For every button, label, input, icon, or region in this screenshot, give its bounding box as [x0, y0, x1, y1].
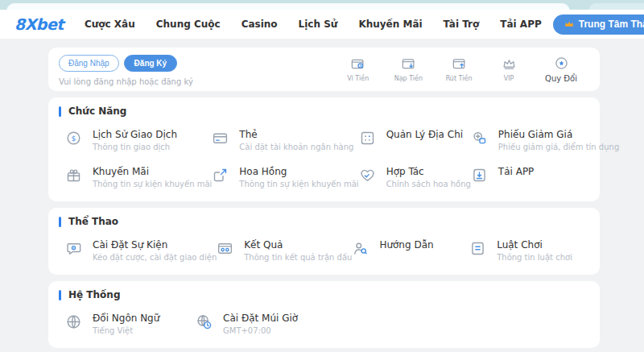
menu-item-title: Hoa Hồng — [239, 166, 358, 178]
menu-item-subtitle: Thông tin sự kiện khuyến mãi — [239, 180, 358, 189]
menu-item-cai-dat-mui-gio[interactable]: Cài Đặt Múi GiờGMT+07:00 — [196, 313, 326, 336]
menu-item-subtitle: Phiếu giảm giá, điểm tín dụng — [498, 143, 619, 152]
menu-sections: Chức Năng$Lịch Sử Giao DịchThông tin gia… — [48, 97, 600, 352]
exchange-icon — [554, 56, 569, 71]
section-he-thong: Hệ ThốngĐổi Ngôn NgữTiếng ViệtCài Đặt Mú… — [48, 281, 600, 348]
menu-item-hop-tac[interactable]: Hợp TácChính sách hoa hồng — [359, 166, 471, 189]
quick-actions: $Ví TiềnNạp TiềnRút TiềnVIPQuy Đổi — [345, 55, 577, 84]
withdraw-icon — [452, 56, 467, 72]
share-icon — [212, 167, 229, 184]
nav-link-tai-app[interactable]: Tải APP — [500, 19, 541, 30]
section-grid: Đổi Ngôn NgữTiếng ViệtCài Đặt Múi GiờGMT… — [65, 313, 587, 336]
section-header: Hệ Thống — [59, 289, 587, 300]
quick-action-label: Ví Tiền — [347, 75, 369, 82]
section-header: Thể Thao — [59, 216, 587, 227]
menu-item-title: Lịch Sử Giao Dịch — [93, 129, 177, 141]
menu-item-subtitle: Chính sách hoa hồng — [386, 180, 471, 189]
quick-action-nap-tien[interactable]: Nạp Tiền — [394, 56, 423, 82]
menu-item-subtitle: Kéo đặt cược, cài đặt giao diện — [93, 253, 217, 263]
crown-icon — [564, 19, 575, 30]
account-card: Đăng Nhập Đăng Ký Vui lòng đăng nhập hoặ… — [48, 48, 600, 91]
menu-item-phieu-giam-gia[interactable]: Phiếu Giảm GiáPhiếu giảm giá, điểm tín d… — [471, 129, 619, 152]
menu-item-subtitle: Thông tin kết quả trận đấu — [244, 253, 352, 263]
section-grid: $Lịch Sử Giao DịchThông tin giao dịchThẻ… — [65, 129, 587, 189]
site-logo[interactable]: 8Xbet — [14, 15, 64, 33]
menu-item-title: Hướng Dẫn — [379, 239, 433, 251]
heart-icon — [359, 167, 376, 184]
gift-icon — [65, 167, 82, 184]
menu-item-subtitle: Thông tin giao dịch — [93, 143, 177, 152]
menu-item-quan-ly-dia-chi[interactable]: Quản Lý Địa Chỉ — [359, 129, 471, 152]
scoreboard-icon — [217, 240, 233, 257]
menu-item-subtitle: Tiếng Việt — [93, 326, 159, 336]
rules-icon — [469, 240, 486, 257]
section-accent-bar — [59, 217, 61, 227]
menu-item-subtitle: Cài đặt tài khoản ngân hàng — [239, 143, 353, 152]
section-title: Thể Thao — [68, 216, 118, 227]
menu-item-subtitle: GMT+07:00 — [223, 326, 298, 336]
menu-item-title: Luật Chơi — [497, 239, 572, 251]
menu-item-text: Lịch Sử Giao DịchThông tin giao dịch — [93, 129, 177, 152]
section-accent-bar — [59, 106, 61, 117]
menu-item-luat-choi[interactable]: Luật ChơiThông tin luật chơi — [469, 239, 587, 263]
section-header: Chức Năng — [59, 106, 587, 117]
menu-item-ket-qua[interactable]: Kết QuảThông tin kết quả trận đấu — [217, 239, 352, 263]
member-center-page: Đăng Nhập Đăng Ký Vui lòng đăng nhập hoặ… — [0, 39, 644, 352]
menu-item-text: Khuyến MãiThông tin sự kiện khuyến mãi — [93, 166, 212, 189]
menu-item-text: Tải APP — [498, 166, 535, 178]
menu-item-huong-dan[interactable]: Hướng Dẫn — [352, 239, 469, 263]
nav-link-khuyen-mai[interactable]: Khuyến Mãi — [358, 19, 422, 30]
menu-item-title: Đổi Ngôn Ngữ — [93, 313, 159, 325]
menu-item-text: ThẻCài đặt tài khoản ngân hàng — [239, 129, 353, 152]
timezone-icon — [196, 313, 213, 330]
nav-link-tai-tro[interactable]: Tài Trợ — [444, 19, 480, 30]
chat-settings-icon — [65, 240, 82, 257]
menu-item-title: Cài Đặt Múi Giờ — [223, 313, 298, 325]
section-title: Chức Năng — [68, 106, 126, 117]
quick-action-label: Rút Tiền — [446, 75, 473, 82]
menu-item-hoa-hong[interactable]: Hoa HồngThông tin sự kiện khuyến mãi — [212, 166, 358, 189]
wallet-icon: $ — [350, 56, 365, 72]
top-navbar: 8Xbet Cược XâuChung CuộcCasinoLịch SửKhu… — [0, 10, 644, 39]
member-center-button[interactable]: Trung Tâm Thành Viên — [553, 14, 644, 35]
quick-action-rut-tien[interactable]: Rút Tiền — [445, 56, 473, 82]
nav-link-lich-su[interactable]: Lịch Sử — [299, 19, 338, 30]
menu-item-khuyen-mai[interactable]: Khuyến MãiThông tin sự kiện khuyến mãi — [65, 166, 212, 189]
nav-link-cuoc-xau[interactable]: Cược Xâu — [85, 19, 135, 30]
transaction-history-icon: $ — [65, 130, 82, 147]
menu-item-text: Kết QuảThông tin kết quả trận đấu — [244, 239, 352, 263]
svg-text:$: $ — [72, 134, 76, 143]
menu-item-text: Hợp TácChính sách hoa hồng — [386, 166, 471, 189]
menu-item-cai-dat-su-kien[interactable]: Cài Đặt Sự KiệnKéo đặt cược, cài đặt gia… — [65, 239, 217, 263]
member-center-label: Trung Tâm Thành Viên — [579, 19, 644, 30]
svg-text:$: $ — [359, 64, 361, 68]
menu-item-title: Hợp Tác — [386, 166, 471, 178]
menu-item-subtitle: Thông tin sự kiện khuyến mãi — [93, 180, 212, 189]
globe-icon — [65, 313, 82, 330]
quick-action-label: Nạp Tiền — [394, 75, 423, 82]
section-the-thao: Thể ThaoCài Đặt Sự KiệnKéo đặt cược, cài… — [48, 208, 600, 275]
menu-item-tai-app[interactable]: Tải APP — [471, 166, 619, 189]
quick-action-label: VIP — [504, 75, 514, 82]
nav-link-casino[interactable]: Casino — [242, 19, 278, 30]
card-register-button[interactable]: Đăng Ký — [124, 55, 178, 72]
account-login-area: Đăng Nhập Đăng Ký Vui lòng đăng nhập hoặ… — [59, 55, 193, 84]
menu-item-doi-ngon-ngu[interactable]: Đổi Ngôn NgữTiếng Việt — [65, 313, 196, 336]
menu-item-text: Cài Đặt Sự KiệnKéo đặt cược, cài đặt gia… — [93, 239, 217, 263]
quick-action-vi-tien[interactable]: $Ví Tiền — [345, 56, 372, 82]
card-login-button[interactable]: Đăng Nhập — [59, 55, 119, 72]
section-title: Hệ Thống — [68, 289, 120, 300]
coupon-icon — [471, 130, 488, 147]
menu-item-lich-su-giao-dich[interactable]: $Lịch Sử Giao DịchThông tin giao dịch — [65, 129, 212, 152]
menu-item-text: Hướng Dẫn — [379, 239, 433, 251]
menu-item-the[interactable]: ThẻCài đặt tài khoản ngân hàng — [212, 129, 358, 152]
quick-action-vip[interactable]: VIP — [495, 56, 522, 82]
guide-icon — [352, 240, 369, 257]
quick-action-quy-doi[interactable]: Quy Đổi — [545, 56, 577, 83]
browser-top-strip — [0, 0, 644, 10]
vip-icon — [502, 56, 517, 72]
menu-item-text: Đổi Ngôn NgữTiếng Việt — [93, 313, 159, 336]
menu-item-text: Phiếu Giảm GiáPhiếu giảm giá, điểm tín d… — [498, 129, 619, 152]
deposit-icon — [401, 56, 416, 72]
nav-link-chung-cuoc[interactable]: Chung Cuộc — [156, 19, 221, 30]
